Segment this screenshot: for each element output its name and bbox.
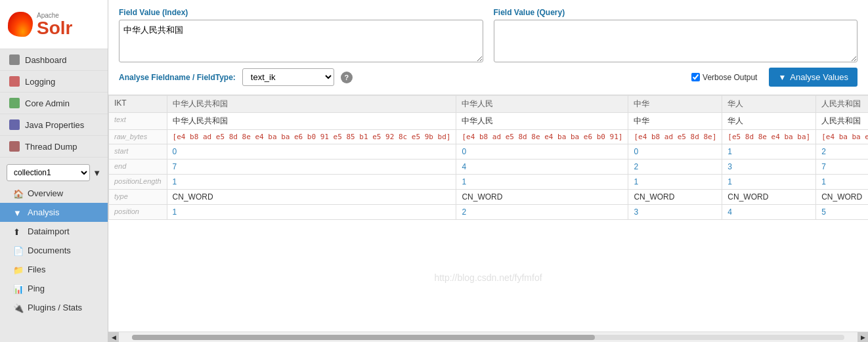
fieldname-label: Analyse Fieldname / FieldType:	[119, 73, 236, 82]
core-admin-icon	[9, 98, 20, 108]
verbose-checkbox-group: Verbose Output	[691, 73, 757, 82]
results-area[interactable]: http://blog.csdn.net/fyfmfof IKT 中华人民共和国…	[108, 95, 868, 331]
overview-label: Overview	[28, 188, 63, 198]
sidebar-item-dataimport[interactable]: ⬆ Dataimport	[0, 222, 108, 241]
core-admin-label: Core Admin	[25, 98, 70, 108]
verbose-label: Verbose Output	[703, 73, 757, 82]
dashboard-icon	[9, 54, 20, 65]
cell-type-3: CN_WORD	[722, 190, 816, 205]
cell-raw_bytes-4: [e4 ba ba e6 b0 91 e5 85 b1]	[816, 130, 868, 144]
sidebar-item-plugins[interactable]: 🔌 Plugins / Stats	[0, 298, 108, 317]
cell-type-1: CN_WORD	[456, 190, 628, 205]
overview-icon: 🏠	[13, 189, 22, 198]
cell-end-4: 7	[816, 160, 868, 175]
table-row: positionLength11111	[109, 175, 869, 190]
table-row: start00012	[109, 144, 869, 160]
dataimport-icon: ⬆	[13, 227, 22, 236]
index-field-textarea[interactable]: 中华人民共和国	[119, 20, 483, 62]
cell-type-4: CN_WORD	[816, 190, 868, 205]
col-header-0: 中华人民共和国	[167, 96, 456, 113]
cell-type-2: CN_WORD	[628, 190, 722, 205]
verbose-checkbox[interactable]	[691, 73, 700, 81]
cell-position-1: 2	[456, 205, 628, 220]
solr-flame-icon	[8, 12, 33, 37]
sidebar-item-overview[interactable]: 🏠 Overview	[0, 184, 108, 203]
col-header-3: 华人	[722, 96, 816, 113]
form-bottom-row: Analyse Fieldname / FieldType: text_ik t…	[119, 68, 857, 87]
java-icon	[9, 119, 20, 130]
cell-positionLength-0: 1	[167, 175, 456, 190]
cell-text-0: 中华人民共和国	[167, 113, 456, 130]
sidebar-item-logging[interactable]: Logging	[0, 71, 108, 93]
sidebar-item-thread-dump[interactable]: Thread Dump	[0, 136, 108, 158]
cell-raw_bytes-1: [e4 b8 ad e5 8d 8e e4 ba ba e6 b0 91]	[456, 130, 628, 144]
row-label-start: start	[109, 144, 167, 160]
index-field-label: Field Value (Index)	[119, 8, 483, 17]
cell-type-0: CN_WORD	[167, 190, 456, 205]
main-nav: Dashboard Logging Core Admin Java Proper…	[0, 49, 108, 158]
table-row: end74237	[109, 160, 869, 175]
sidebar-item-files[interactable]: 📁 Files	[0, 260, 108, 279]
sidebar-item-java-properties[interactable]: Java Properties	[0, 114, 108, 136]
collection-select[interactable]: collection1	[7, 164, 90, 181]
main-content: Field Value (Index) 中华人民共和国 Field Value …	[108, 0, 868, 342]
sidebar-item-dashboard[interactable]: Dashboard	[0, 49, 108, 71]
cell-text-2: 中华	[628, 113, 722, 130]
form-top-row: Field Value (Index) 中华人民共和国 Field Value …	[119, 8, 857, 62]
row-label-position: position	[109, 205, 167, 220]
cell-start-0: 0	[167, 144, 456, 160]
solr-label: Solr	[37, 19, 72, 37]
scroll-left-arrow[interactable]: ◀	[108, 332, 119, 343]
documents-label: Documents	[28, 246, 71, 255]
table-row: text中华人民共和国中华人民中华华人人民共和国	[109, 113, 869, 130]
help-icon[interactable]: ?	[341, 72, 353, 83]
dashboard-label: Dashboard	[25, 55, 67, 65]
table-row: raw_bytes[e4 b8 ad e5 8d 8e e4 ba ba e6 …	[109, 130, 869, 144]
ikt-header: IKT	[109, 96, 167, 113]
cell-raw_bytes-2: [e4 b8 ad e5 8d 8e]	[628, 130, 722, 144]
sidebar-item-ping[interactable]: 📊 Ping	[0, 279, 108, 298]
sidebar-item-analysis[interactable]: ▼ Analysis	[0, 203, 108, 222]
results-table: IKT 中华人民共和国 中华人民 中华 华人 人民共和国 text中华人民共和国…	[108, 95, 868, 220]
dataimport-label: Dataimport	[28, 226, 70, 236]
scroll-track[interactable]	[132, 335, 844, 340]
table-body: text中华人民共和国中华人民中华华人人民共和国raw_bytes[e4 b8 …	[109, 113, 869, 220]
logging-icon	[9, 76, 20, 87]
cell-position-3: 4	[722, 205, 816, 220]
fieldtype-select[interactable]: text_ik text_general string	[242, 68, 334, 86]
analyse-btn-label: Analyse Values	[790, 72, 848, 82]
cell-end-2: 2	[628, 160, 722, 175]
sub-nav: 🏠 Overview ▼ Analysis ⬆ Dataimport 📄 Doc…	[0, 184, 108, 317]
cell-positionLength-1: 1	[456, 175, 628, 190]
cell-positionLength-4: 1	[816, 175, 868, 190]
row-label-type: type	[109, 190, 167, 205]
table-row: typeCN_WORDCN_WORDCN_WORDCN_WORDCN_WORD	[109, 190, 869, 205]
cell-positionLength-2: 1	[628, 175, 722, 190]
sidebar: Apache Solr Dashboard Logging Core Admin…	[0, 0, 108, 342]
cell-positionLength-3: 1	[722, 175, 816, 190]
col-header-2: 中华	[628, 96, 722, 113]
scroll-right-arrow[interactable]: ▶	[857, 332, 868, 343]
cell-start-4: 2	[816, 144, 868, 160]
query-field-group: Field Value (Query)	[494, 8, 858, 62]
ping-label: Ping	[28, 284, 45, 293]
plugins-icon: 🔌	[13, 303, 22, 312]
thread-icon	[9, 141, 20, 152]
analysis-icon: ▼	[13, 208, 22, 217]
scroll-thumb	[132, 335, 595, 340]
horizontal-scrollbar[interactable]: ◀ ▶	[108, 331, 868, 342]
sidebar-item-core-admin[interactable]: Core Admin	[0, 93, 108, 114]
plugins-label: Plugins / Stats	[28, 303, 82, 312]
documents-icon: 📄	[13, 246, 22, 255]
cell-raw_bytes-3: [e5 8d 8e e4 ba ba]	[722, 130, 816, 144]
sidebar-item-documents[interactable]: 📄 Documents	[0, 241, 108, 260]
analyse-values-button[interactable]: ▼ Analyse Values	[769, 68, 857, 87]
row-label-text: text	[109, 113, 167, 130]
cell-text-3: 华人	[722, 113, 816, 130]
cell-position-4: 5	[816, 205, 868, 220]
funnel-icon: ▼	[778, 73, 786, 82]
query-field-textarea[interactable]	[494, 20, 858, 62]
col-header-1: 中华人民	[456, 96, 628, 113]
cell-text-1: 中华人民	[456, 113, 628, 130]
collection-dropdown-arrow: ▼	[93, 168, 101, 178]
